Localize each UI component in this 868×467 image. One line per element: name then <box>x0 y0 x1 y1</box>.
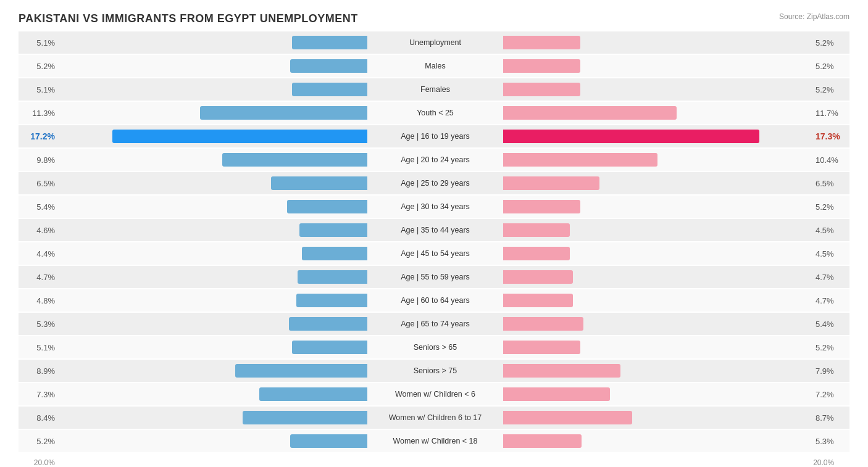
right-value: 4.7% <box>812 273 852 282</box>
left-bar <box>243 411 367 424</box>
bar-label: Age | 16 to 19 years <box>367 132 503 141</box>
axis-label-left: 20.0% <box>19 458 59 467</box>
bar-row: 4.6% Age | 35 to 44 years 4.5% <box>19 219 849 241</box>
right-bar <box>503 434 582 448</box>
bar-row: 8.4% Women w/ Children 6 to 17 8.7% <box>19 407 849 429</box>
left-bar-container <box>59 176 367 190</box>
left-bar <box>287 200 367 213</box>
right-value: 5.2% <box>812 38 852 48</box>
right-bar-container <box>503 153 812 167</box>
left-value: 5.3% <box>19 320 59 329</box>
bar-row: 5.2% Women w/ Children < 18 5.3% <box>19 430 849 452</box>
bar-row: 5.1% Females 5.2% <box>19 78 849 101</box>
bar-label: Age | 45 to 54 years <box>367 249 503 258</box>
right-bar-container <box>503 176 812 190</box>
left-bar <box>292 36 367 49</box>
left-bar <box>289 317 367 331</box>
right-value: 4.5% <box>812 226 852 235</box>
bar-row: 17.2% Age | 16 to 19 years 17.3% <box>19 125 849 147</box>
left-value: 11.3% <box>19 109 59 118</box>
bar-row: 6.5% Age | 25 to 29 years 6.5% <box>19 172 849 194</box>
bar-label: Youth < 25 <box>367 109 503 117</box>
bar-label: Age | 60 to 64 years <box>367 296 503 305</box>
right-value: 8.7% <box>812 413 852 423</box>
bar-row: 5.1% Seniors > 65 5.2% <box>19 336 849 358</box>
left-value: 5.1% <box>19 343 59 352</box>
source-text: Source: ZipAtlas.com <box>779 12 849 21</box>
right-bar <box>503 83 580 96</box>
left-bar <box>112 130 367 143</box>
left-bar-container <box>59 200 367 213</box>
right-bar <box>503 36 580 49</box>
bar-label: Women w/ Children < 6 <box>367 390 503 399</box>
left-value: 6.5% <box>19 179 59 188</box>
chart-title: PAKISTANI VS IMMIGRANTS FROM EGYPT UNEMP… <box>19 12 849 25</box>
right-value: 5.2% <box>812 202 852 212</box>
left-bar-container <box>59 130 367 143</box>
left-bar-container <box>59 434 367 448</box>
left-bar <box>298 270 367 284</box>
bar-row: 5.3% Age | 65 to 74 years 5.4% <box>19 313 849 335</box>
right-bar-container <box>503 270 812 284</box>
right-bar <box>503 200 580 213</box>
left-value: 7.3% <box>19 390 59 399</box>
left-bar-container <box>59 223 367 237</box>
chart-container: PAKISTANI VS IMMIGRANTS FROM EGYPT UNEMP… <box>0 0 868 467</box>
right-bar <box>503 59 580 73</box>
right-value: 5.2% <box>812 85 852 94</box>
axis-label-right: 20.0% <box>809 458 849 467</box>
left-bar-container <box>59 153 367 167</box>
right-bar-container <box>503 200 812 213</box>
left-bar <box>296 294 367 307</box>
bar-label: Seniors > 65 <box>367 343 503 352</box>
bar-row: 4.8% Age | 60 to 64 years 4.7% <box>19 289 849 312</box>
left-bar <box>271 176 367 190</box>
left-bar <box>302 247 367 260</box>
left-value: 5.1% <box>19 85 59 94</box>
bar-label: Unemployment <box>367 38 503 47</box>
left-value: 17.2% <box>19 131 59 141</box>
left-value: 5.2% <box>19 62 59 71</box>
right-bar <box>503 130 759 143</box>
left-value: 4.7% <box>19 273 59 282</box>
left-bar-container <box>59 387 367 401</box>
right-value: 7.2% <box>812 390 852 399</box>
right-value: 4.5% <box>812 249 852 258</box>
bar-row: 5.4% Age | 30 to 34 years 5.2% <box>19 196 849 218</box>
bar-row: 5.1% Unemployment 5.2% <box>19 31 849 54</box>
bar-label: Males <box>367 62 503 70</box>
left-value: 4.8% <box>19 296 59 305</box>
right-bar-container <box>503 247 812 260</box>
axis-row: 20.0% 20.0% <box>19 453 849 467</box>
left-bar-container <box>59 341 367 354</box>
left-value: 4.6% <box>19 226 59 235</box>
left-value: 8.4% <box>19 413 59 423</box>
right-bar <box>503 270 573 284</box>
left-bar-container <box>59 294 367 307</box>
bar-label: Females <box>367 85 503 94</box>
right-bar <box>503 364 620 378</box>
right-bar <box>503 294 573 307</box>
bar-label: Age | 25 to 29 years <box>367 179 503 188</box>
right-bar-container <box>503 59 812 73</box>
bar-label: Age | 35 to 44 years <box>367 226 503 234</box>
left-bar-container <box>59 317 367 331</box>
right-value: 5.2% <box>812 343 852 352</box>
right-bar-container <box>503 387 812 401</box>
bar-row: 5.2% Males 5.2% <box>19 55 849 77</box>
right-bar <box>503 106 677 120</box>
right-value: 4.7% <box>812 296 852 305</box>
right-value: 17.3% <box>812 131 852 141</box>
bar-row: 11.3% Youth < 25 11.7% <box>19 102 849 124</box>
left-bar <box>222 153 367 167</box>
left-bar-container <box>59 36 367 49</box>
left-bar-container <box>59 270 367 284</box>
right-bar-container <box>503 83 812 96</box>
bar-label: Women w/ Children 6 to 17 <box>367 413 503 422</box>
left-bar-container <box>59 247 367 260</box>
left-bar-container <box>59 364 367 378</box>
left-bar <box>299 223 367 237</box>
chart-area: 5.1% Unemployment 5.2% 5.2% Males 5.2% 5… <box>19 31 849 452</box>
left-bar <box>292 341 367 354</box>
bar-row: 7.3% Women w/ Children < 6 7.2% <box>19 383 849 405</box>
